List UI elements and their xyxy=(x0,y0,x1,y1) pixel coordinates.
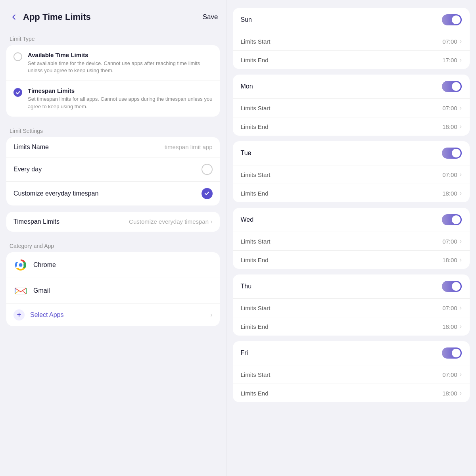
limits-start-value-sun: 07:00 › xyxy=(442,38,462,45)
limits-start-row-tue[interactable]: Limits Start 07:00 › xyxy=(233,165,470,184)
timespan-limits-row[interactable]: Timespan Limits Customize everyday times… xyxy=(6,212,220,232)
limits-end-value-sun: 17:00 › xyxy=(442,56,462,63)
timespan-limits-row-card: Timespan Limits Customize everyday times… xyxy=(6,212,220,232)
every-day-row[interactable]: Every day xyxy=(6,157,220,181)
limit-type-card: Available Time Limits Set available time… xyxy=(6,45,220,117)
limit-type-section-label: Limit Type xyxy=(0,31,226,45)
limits-end-row-thu[interactable]: Limits End 18:00 › xyxy=(233,317,470,336)
available-desc: Set available time for the device. Canno… xyxy=(28,60,213,74)
select-apps-row[interactable]: + Select Apps › xyxy=(6,303,220,326)
limits-start-label-tue: Limits Start xyxy=(241,171,271,178)
limits-end-row-wed[interactable]: Limits End 18:00 › xyxy=(233,250,470,269)
limits-name-label: Limits Name xyxy=(13,144,49,151)
day-header-wed: Wed xyxy=(233,208,470,232)
day-header-fri: Fri xyxy=(233,341,470,365)
day-name-mon: Mon xyxy=(241,83,253,90)
gmail-app-name: Gmail xyxy=(33,287,50,294)
day-card-thu: Thu Limits Start 07:00 › Limits End 18:0… xyxy=(233,274,470,336)
limits-start-label-sun: Limits Start xyxy=(241,38,271,45)
timespan-checkmark xyxy=(13,88,22,97)
page-title: App Time Limits xyxy=(23,12,203,22)
back-button[interactable] xyxy=(8,11,20,23)
limit-settings-card: Limits Name timespan limit app Every day… xyxy=(6,137,220,205)
day-name-tue: Tue xyxy=(241,150,251,157)
timespan-limits-value: Customize everyday timespan › xyxy=(129,218,212,225)
limits-start-value-fri: 07:00 › xyxy=(442,371,462,378)
limits-end-value-wed: 18:00 › xyxy=(442,256,462,263)
day-card-fri: Fri Limits Start 07:00 › Limits End 18:0… xyxy=(233,341,470,402)
limit-settings-section-label: Limit Settings xyxy=(0,123,226,137)
select-apps-chevron: › xyxy=(210,311,212,319)
limits-start-value-tue: 07:00 › xyxy=(442,171,462,178)
available-time-limits-option[interactable]: Available Time Limits Set available time… xyxy=(6,45,220,81)
day-card-sun: Sun Limits Start 07:00 › Limits End 17:0… xyxy=(233,8,470,69)
day-toggle-thu[interactable] xyxy=(442,281,462,292)
day-card-wed: Wed Limits Start 07:00 › Limits End 18:0… xyxy=(233,208,470,269)
limits-start-label-mon: Limits Start xyxy=(241,105,271,111)
day-toggle-wed[interactable] xyxy=(442,214,462,225)
limits-end-label-wed: Limits End xyxy=(241,257,269,263)
every-day-label: Every day xyxy=(13,166,42,173)
limits-start-label-thu: Limits Start xyxy=(241,305,271,311)
limits-end-value-mon: 18:00 › xyxy=(442,123,462,130)
timespan-limits-label: Timespan Limits xyxy=(13,218,60,225)
day-card-tue: Tue Limits Start 07:00 › Limits End 18:0… xyxy=(233,141,470,202)
left-panel: App Time Limits Save Limit Type Availabl… xyxy=(0,0,226,476)
limits-start-row-fri[interactable]: Limits Start 07:00 › xyxy=(233,365,470,384)
available-title: Available Time Limits xyxy=(28,52,213,58)
limits-name-value: timespan limit app xyxy=(165,144,213,150)
chrome-app-name: Chrome xyxy=(33,261,56,269)
timespan-limits-option[interactable]: Timespan Limits Set timespan limits for … xyxy=(6,81,220,116)
limits-start-row-thu[interactable]: Limits Start 07:00 › xyxy=(233,298,470,317)
limits-start-label-wed: Limits Start xyxy=(241,238,271,245)
day-name-fri: Fri xyxy=(241,349,248,357)
limits-end-label-mon: Limits End xyxy=(241,123,269,130)
day-toggle-fri[interactable] xyxy=(442,347,462,359)
limits-end-row-fri[interactable]: Limits End 18:00 › xyxy=(233,384,470,402)
limits-start-row-sun[interactable]: Limits Start 07:00 › xyxy=(233,32,470,50)
limits-end-row-tue[interactable]: Limits End 18:00 › xyxy=(233,184,470,202)
chrome-icon xyxy=(13,258,28,272)
app-row-chrome[interactable]: Chrome xyxy=(6,252,220,278)
app-row-gmail[interactable]: Gmail xyxy=(6,278,220,303)
limits-end-label-thu: Limits End xyxy=(241,323,269,330)
customize-toggle[interactable] xyxy=(202,188,213,199)
timespan-chevron: › xyxy=(210,218,212,225)
limits-end-label-tue: Limits End xyxy=(241,190,269,197)
timespan-title: Timespan Limits xyxy=(28,87,213,94)
limits-end-value-thu: 18:00 › xyxy=(442,323,462,330)
limits-end-label-sun: Limits End xyxy=(241,57,269,63)
limits-start-row-wed[interactable]: Limits Start 07:00 › xyxy=(233,232,470,250)
plus-icon: + xyxy=(13,309,25,321)
day-header-sun: Sun xyxy=(233,8,470,32)
day-card-mon: Mon Limits Start 07:00 › Limits End 18:0… xyxy=(233,75,470,136)
timespan-desc: Set timespan limits for all apps. Cannot… xyxy=(28,96,213,110)
every-day-toggle[interactable] xyxy=(202,164,213,175)
select-apps-label: Select Apps xyxy=(30,311,210,319)
limits-end-row-mon[interactable]: Limits End 18:00 › xyxy=(233,117,470,136)
day-toggle-sun[interactable] xyxy=(442,14,462,25)
gmail-icon xyxy=(13,284,28,298)
day-header-mon: Mon xyxy=(233,75,470,98)
day-header-tue: Tue xyxy=(233,141,470,165)
right-panel: Sun Limits Start 07:00 › Limits End 17:0… xyxy=(226,0,476,476)
day-header-thu: Thu xyxy=(233,274,470,298)
day-toggle-tue[interactable] xyxy=(442,148,462,159)
svg-rect-6 xyxy=(15,288,26,294)
save-button[interactable]: Save xyxy=(203,13,218,21)
category-section-label: Category and App xyxy=(0,238,226,252)
category-card: Chrome Gmail xyxy=(6,252,220,326)
limits-start-value-wed: 07:00 › xyxy=(442,238,462,245)
day-name-thu: Thu xyxy=(241,283,252,290)
day-toggle-mon[interactable] xyxy=(442,81,462,92)
limits-end-label-fri: Limits End xyxy=(241,390,269,397)
limits-start-row-mon[interactable]: Limits Start 07:00 › xyxy=(233,98,470,117)
limits-name-row[interactable]: Limits Name timespan limit app xyxy=(6,137,220,157)
svg-point-3 xyxy=(19,263,23,267)
available-radio[interactable] xyxy=(13,52,22,61)
customize-row[interactable]: Customize everyday timespan xyxy=(6,181,220,205)
header: App Time Limits Save xyxy=(0,0,226,31)
customize-label: Customize everyday timespan xyxy=(13,190,98,197)
limits-end-value-tue: 18:00 › xyxy=(442,190,462,197)
limits-end-row-sun[interactable]: Limits End 17:00 › xyxy=(233,50,470,69)
